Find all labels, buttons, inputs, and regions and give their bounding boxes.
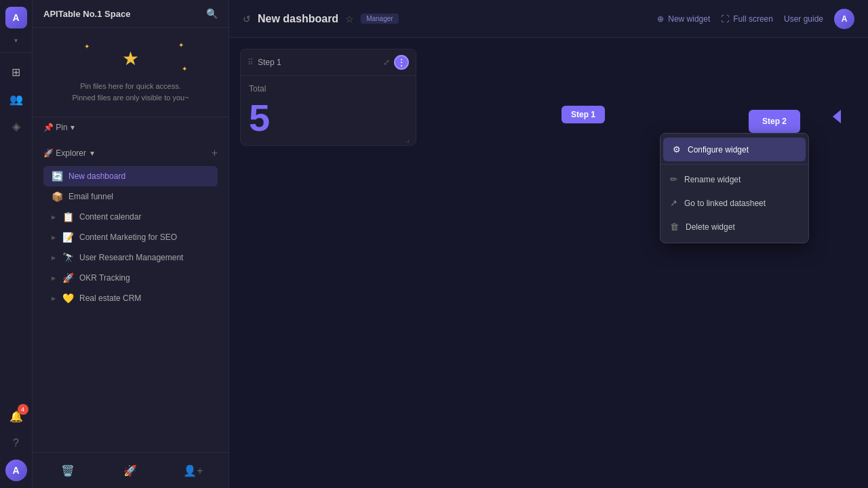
email-funnel-label: Email funnel xyxy=(68,192,210,201)
step1-area: Step 1 xyxy=(561,106,605,123)
delete-label: Delete widget xyxy=(686,222,735,232)
step2-button[interactable]: Step 2 xyxy=(749,110,800,133)
user-guide-label: User guide xyxy=(784,14,823,24)
menu-item-delete[interactable]: 🗑 Delete widget xyxy=(660,215,808,239)
sidebar-item-email-funnel[interactable]: 📦 Email funnel xyxy=(43,186,218,207)
expand-arrow-icon-4: ▶ xyxy=(52,275,56,281)
widget-metric-label: Total xyxy=(249,84,408,94)
dashboard-label: New dashboard xyxy=(68,171,210,181)
widget-header: ⠿ Step 1 ⤢ ⋮ xyxy=(241,49,416,76)
user-research-icon: 🔭 xyxy=(62,252,74,263)
configure-label: Configure widget xyxy=(688,145,749,155)
real-estate-label: Real estate CRM xyxy=(79,293,210,303)
widget-title: Step 1 xyxy=(258,58,379,67)
sparkle-icon: ✦ xyxy=(84,43,90,50)
pin-star-icon: ★ xyxy=(122,47,139,70)
sparkle-icon-2: ✦ xyxy=(178,41,184,49)
topbar-left: ↺ New dashboard ☆ Manager xyxy=(243,13,399,25)
expand-widget-button[interactable]: ⤢ xyxy=(383,58,390,67)
widget-more-button[interactable]: ⋮ xyxy=(394,55,409,70)
content-calendar-icon: 📋 xyxy=(62,211,74,222)
menu-item-goto-datasheet[interactable]: ↗ Go to linked datasheet xyxy=(660,191,808,215)
user-guide-button[interactable]: User guide xyxy=(784,14,823,24)
real-estate-icon: 💛 xyxy=(62,293,74,304)
okr-tracking-label: OKR Tracking xyxy=(79,273,210,283)
okr-tracking-icon: 🚀 xyxy=(62,272,74,283)
goto-icon: ↗ xyxy=(670,198,677,208)
email-funnel-icon: 📦 xyxy=(52,191,63,202)
expand-arrow-icon-3: ▶ xyxy=(52,255,56,261)
sidebar-item-okr-tracking[interactable]: ▶ 🚀 OKR Tracking xyxy=(43,268,218,288)
pin-emoji: 📌 Pin xyxy=(43,123,68,132)
resize-handle-icon[interactable]: ⌟ xyxy=(406,136,413,142)
workspace-avatar[interactable]: A xyxy=(5,7,27,28)
expand-arrow-icon-5: ▶ xyxy=(52,296,56,302)
context-menu: ⚙ Configure widget ✏ Rename widget ↗ Go … xyxy=(660,133,809,243)
widget-body: Total 5 xyxy=(241,76,416,145)
icon-rail: A ▾ ⊞ 👥 ◈ 🔔 4 ? A xyxy=(0,0,33,488)
help-icon[interactable]: ? xyxy=(5,432,27,454)
widget-card: ⠿ Step 1 ⤢ ⋮ Total 5 ⌟ xyxy=(240,49,416,146)
explorer-section: 🚀 Explorer ▾ + 🔄 New dashboard 📦 Email f… xyxy=(33,138,229,314)
sidebar-bottom: 🗑️ 🚀 👤+ xyxy=(33,452,229,488)
new-widget-button[interactable]: ⊕ New widget xyxy=(657,14,710,24)
expand-arrow-icon-2: ▶ xyxy=(52,235,56,241)
search-icon[interactable]: 🔍 xyxy=(206,8,218,19)
sidebar-item-new-dashboard[interactable]: 🔄 New dashboard xyxy=(43,166,218,186)
topbar-right: ⊕ New widget ⛶ Full screen User guide A xyxy=(657,9,854,29)
sidebar: APITable No.1 Space 🔍 ✦ ★ ✦ ✦ Pin files … xyxy=(33,0,229,488)
sparkle-icon-3: ✦ xyxy=(182,65,187,73)
menu-item-configure[interactable]: ⚙ Configure widget xyxy=(663,138,806,161)
pin-label[interactable]: 📌 Pin ▾ xyxy=(33,117,229,138)
refresh-icon: ↺ xyxy=(243,14,251,24)
dashboard-icon: 🔄 xyxy=(52,171,63,182)
workspace-chevron[interactable]: ▾ xyxy=(14,37,18,44)
add-item-button[interactable]: + xyxy=(212,147,218,159)
fullscreen-label: Full screen xyxy=(733,14,773,24)
user-avatar[interactable]: A xyxy=(834,9,854,29)
sidebar-item-user-research[interactable]: ▶ 🔭 User Research Management xyxy=(43,247,218,268)
main-content: ↺ New dashboard ☆ Manager ⊕ New widget ⛶… xyxy=(229,0,868,488)
widget-metric-value: 5 xyxy=(249,99,408,137)
pin-description: Pin files here for quick access. Pinned … xyxy=(43,81,218,103)
nav-items: 🔄 New dashboard 📦 Email funnel ▶ 📋 Conte… xyxy=(43,166,218,308)
trash-button[interactable]: 🗑️ xyxy=(56,458,80,483)
step1-button[interactable]: Step 1 xyxy=(561,106,605,123)
rename-label: Rename widget xyxy=(684,175,741,184)
notification-wrapper: 🔔 4 xyxy=(5,405,27,427)
notification-badge: 4 xyxy=(18,404,28,415)
chart-icon[interactable]: ◈ xyxy=(5,115,27,137)
menu-divider xyxy=(660,164,808,165)
users-icon[interactable]: 👥 xyxy=(5,88,27,110)
favorite-star-icon[interactable]: ☆ xyxy=(345,14,354,24)
fullscreen-button[interactable]: ⛶ Full screen xyxy=(721,14,773,24)
sidebar-header: APITable No.1 Space 🔍 xyxy=(33,0,229,28)
delete-icon: 🗑 xyxy=(670,222,679,232)
rocket-button[interactable]: 🚀 xyxy=(118,458,142,483)
configure-icon: ⚙ xyxy=(673,144,681,155)
app-logo: A xyxy=(5,460,27,481)
manager-badge: Manager xyxy=(361,14,398,24)
pin-section: ✦ ★ ✦ ✦ Pin files here for quick access.… xyxy=(33,28,229,117)
menu-item-rename[interactable]: ✏ Rename widget xyxy=(660,167,808,191)
explorer-label[interactable]: 🚀 Explorer ▾ xyxy=(43,148,94,158)
sidebar-item-content-calendar[interactable]: ▶ 📋 Content calendar xyxy=(43,207,218,227)
context-menu-arrow xyxy=(833,110,841,123)
new-widget-label: New widget xyxy=(668,14,710,24)
new-widget-icon: ⊕ xyxy=(657,14,664,24)
dashboard-content: ⠿ Step 1 ⤢ ⋮ Total 5 ⌟ Step 1 Step 2 ⚙ C… xyxy=(229,38,868,488)
explorer-chevron-icon: ▾ xyxy=(90,148,94,158)
pin-star-area: ✦ ★ ✦ ✦ xyxy=(43,41,218,75)
content-calendar-label: Content calendar xyxy=(79,212,210,222)
user-plus-button[interactable]: 👤+ xyxy=(181,458,205,483)
content-marketing-icon: 📝 xyxy=(62,232,74,243)
explorer-text: 🚀 Explorer xyxy=(43,148,86,158)
goto-label: Go to linked datasheet xyxy=(684,199,766,208)
expand-arrow-icon: ▶ xyxy=(52,214,56,220)
fullscreen-icon: ⛶ xyxy=(721,14,729,24)
pin-chevron-icon: ▾ xyxy=(71,123,75,132)
sidebar-title: APITable No.1 Space xyxy=(43,9,130,19)
sidebar-item-real-estate[interactable]: ▶ 💛 Real estate CRM xyxy=(43,288,218,308)
sidebar-item-content-marketing[interactable]: ▶ 📝 Content Marketing for SEO xyxy=(43,227,218,247)
home-icon[interactable]: ⊞ xyxy=(5,61,27,83)
